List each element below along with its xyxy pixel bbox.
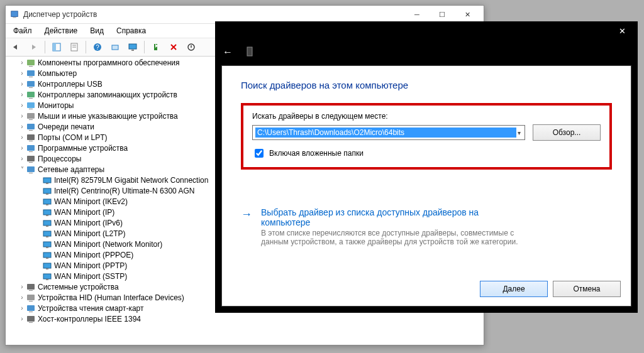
hid-icon <box>26 293 36 303</box>
collapsed-icon[interactable]: › <box>18 91 26 98</box>
disable-button[interactable] <box>184 40 199 55</box>
component-icon <box>26 58 36 68</box>
svg-rect-55 <box>46 268 48 269</box>
svg-rect-35 <box>29 162 33 163</box>
tree-label: Сетевые адаптеры <box>38 165 104 174</box>
svg-rect-19 <box>29 77 33 77</box>
scan-hardware-button[interactable] <box>108 40 123 55</box>
net-adapter-icon <box>42 197 52 207</box>
svg-rect-30 <box>27 134 35 140</box>
tree-label: Компоненты программного обеспечения <box>38 58 180 67</box>
menu-view[interactable]: Вид <box>87 25 106 36</box>
svg-rect-18 <box>27 70 35 76</box>
cpu-icon <box>26 154 36 164</box>
svg-rect-41 <box>46 193 48 195</box>
svg-rect-48 <box>43 231 51 236</box>
show-hide-tree-button[interactable] <box>49 40 64 55</box>
update-driver-button[interactable] <box>148 40 164 55</box>
window-title: Диспетчер устройств <box>23 10 404 19</box>
tree-label: Контроллеры запоминающих устройств <box>38 90 177 99</box>
collapsed-icon[interactable]: › <box>18 155 26 162</box>
svg-text:?: ? <box>96 44 99 51</box>
svg-rect-17 <box>29 66 33 67</box>
tree-label: WAN Miniport (IPv6) <box>54 219 123 227</box>
svg-rect-28 <box>27 124 35 129</box>
svg-rect-57 <box>46 279 48 280</box>
svg-rect-24 <box>27 102 35 108</box>
collapsed-icon[interactable]: › <box>18 112 26 119</box>
menu-file[interactable]: Файл <box>11 25 35 36</box>
net-adapter-icon <box>42 239 52 249</box>
svg-rect-51 <box>46 247 48 248</box>
svg-rect-50 <box>43 242 51 247</box>
next-button[interactable]: Далее <box>480 281 548 297</box>
tree-node[interactable]: ›Хост-контроллеры IEEE 1394 <box>11 313 479 324</box>
forward-button[interactable] <box>26 40 41 55</box>
svg-rect-47 <box>46 225 48 227</box>
svg-rect-26 <box>27 113 35 119</box>
mouse-icon <box>26 111 36 121</box>
tree-label: Устройства чтения смарт-карт <box>38 304 143 313</box>
wizard-titlebar[interactable]: ✕ <box>215 21 638 40</box>
collapsed-icon[interactable]: › <box>18 80 26 87</box>
svg-rect-31 <box>29 141 33 141</box>
minimize-button[interactable]: ─ <box>404 8 430 21</box>
svg-rect-38 <box>43 178 51 183</box>
cancel-button[interactable]: Отмена <box>553 281 621 297</box>
tree-label: WAN Miniport (PPPOE) <box>54 251 133 259</box>
help-button[interactable]: ? <box>90 40 105 55</box>
tree-label: Intel(R) 82579LM Gigabit Network Connect… <box>54 176 208 185</box>
1394-icon <box>26 314 36 324</box>
tree-label: Программные устройства <box>38 144 128 153</box>
pick-from-list-option[interactable]: → Выбрать драйвер из списка доступных др… <box>241 207 612 246</box>
svg-rect-37 <box>29 173 33 173</box>
menu-action[interactable]: Действие <box>42 25 80 36</box>
back-icon[interactable]: ← <box>223 46 233 58</box>
tree-label: WAN Miniport (SSTP) <box>54 272 127 281</box>
close-button[interactable]: ✕ <box>455 8 480 21</box>
collapsed-icon[interactable]: › <box>18 305 26 312</box>
path-value: C:\Users\Thrash\Downloads\O2Micro\64bits <box>255 128 516 138</box>
maximize-button[interactable]: ☐ <box>430 8 455 21</box>
include-subfolders-label: Включая вложенные папки <box>269 149 364 158</box>
net-adapter-icon <box>42 175 52 185</box>
collapsed-icon[interactable]: › <box>18 315 26 322</box>
svg-rect-20 <box>27 81 35 87</box>
monitor-icon[interactable] <box>125 40 140 55</box>
svg-rect-46 <box>43 220 51 225</box>
collapsed-icon[interactable]: › <box>18 294 26 301</box>
expanded-icon[interactable]: ˅ <box>18 166 26 173</box>
tree-label: Контроллеры USB <box>38 80 103 89</box>
wizard-nav: ← <box>215 40 638 64</box>
svg-rect-32 <box>27 145 35 151</box>
menu-help[interactable]: Справка <box>114 25 148 36</box>
tree-label: WAN Miniport (L2TP) <box>54 229 126 238</box>
collapsed-icon[interactable]: › <box>18 283 26 290</box>
tree-label: Устройства HID (Human Interface Devices) <box>38 293 184 302</box>
svg-rect-22 <box>27 92 35 97</box>
search-path-label: Искать драйверы в следующем месте: <box>252 112 601 121</box>
collapsed-icon[interactable]: › <box>18 59 26 66</box>
wizard-close-button[interactable]: ✕ <box>609 23 635 39</box>
svg-rect-44 <box>43 210 51 215</box>
uninstall-button[interactable] <box>166 40 181 55</box>
port-icon <box>26 133 36 143</box>
back-button[interactable] <box>8 40 23 55</box>
collapsed-icon[interactable]: › <box>18 102 26 109</box>
properties-button[interactable] <box>67 40 82 55</box>
collapsed-icon[interactable]: › <box>18 134 26 141</box>
collapsed-icon[interactable]: › <box>18 70 26 77</box>
collapsed-icon[interactable]: › <box>18 123 26 130</box>
collapsed-icon[interactable]: › <box>18 144 26 151</box>
include-subfolders-checkbox[interactable] <box>255 149 264 158</box>
net-icon <box>26 165 36 175</box>
svg-rect-45 <box>46 215 48 216</box>
tree-label: Intel(R) Centrino(R) Ultimate-N 6300 AGN <box>54 187 194 195</box>
svg-rect-27 <box>29 119 33 120</box>
chevron-down-icon[interactable]: ▾ <box>516 129 522 136</box>
svg-rect-10 <box>129 44 136 49</box>
browse-button[interactable]: Обзор... <box>533 124 601 141</box>
search-path-combobox[interactable]: C:\Users\Thrash\Downloads\O2Micro\64bits… <box>252 125 525 140</box>
storage-icon <box>26 90 36 100</box>
tree-label: WAN Miniport (Network Monitor) <box>54 240 162 249</box>
